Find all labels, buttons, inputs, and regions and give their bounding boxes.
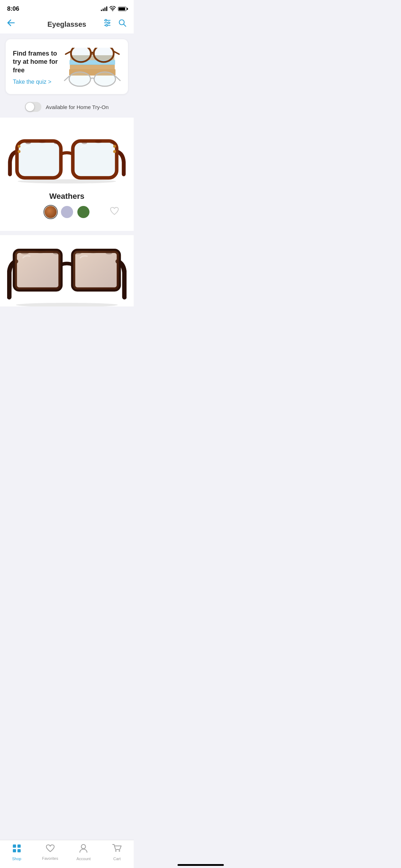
promo-image (64, 48, 121, 87)
svg-point-20 (94, 72, 115, 86)
svg-point-29 (113, 150, 116, 153)
toggle-thumb (26, 103, 34, 111)
nav-right-actions (103, 19, 127, 29)
svg-point-13 (71, 48, 91, 62)
promo-quiz-link[interactable]: Take the quiz > (13, 79, 64, 85)
product-image-weathers[interactable] (0, 118, 134, 189)
promo-text: Find frames to try at home for free Take… (13, 50, 64, 85)
promo-headline: Find frames to try at home for free (13, 50, 64, 74)
product-second-frame (0, 235, 134, 306)
color-swatch-green[interactable] (77, 206, 89, 218)
signal-icon (101, 7, 107, 11)
search-icon[interactable] (118, 19, 127, 29)
product-image-second[interactable] (0, 235, 134, 306)
home-tryon-toggle-row: Available for Home Try-On (0, 99, 134, 118)
svg-point-5 (108, 22, 110, 24)
battery-icon (118, 7, 127, 11)
svg-point-26 (18, 145, 21, 148)
status-bar: 8:06 (0, 0, 134, 16)
filter-icon[interactable] (103, 19, 112, 29)
svg-line-8 (124, 24, 126, 26)
back-button[interactable] (7, 19, 15, 29)
product-colors-row-weathers (7, 206, 127, 218)
svg-point-33 (82, 141, 87, 144)
weathers-glasses-svg (7, 128, 127, 185)
svg-point-23 (18, 179, 116, 184)
color-swatch-lavender[interactable] (61, 206, 73, 218)
svg-point-32 (54, 141, 59, 144)
svg-point-17 (91, 53, 92, 55)
main-content: Find frames to try at home for free Take… (0, 39, 134, 335)
svg-rect-45 (15, 251, 61, 289)
product-info-weathers: Weathers (0, 189, 134, 222)
svg-point-4 (105, 20, 107, 21)
svg-point-31 (39, 140, 46, 143)
svg-point-35 (110, 141, 115, 144)
svg-point-19 (69, 72, 91, 86)
svg-point-14 (94, 48, 114, 62)
svg-point-28 (113, 145, 116, 148)
svg-rect-46 (73, 251, 119, 289)
svg-point-34 (95, 140, 102, 143)
svg-rect-10 (70, 64, 115, 69)
color-swatch-tortoise[interactable] (45, 206, 57, 218)
second-glasses-svg (7, 241, 127, 306)
favorite-button-weathers[interactable] (109, 206, 119, 218)
svg-line-21 (65, 76, 69, 81)
svg-point-27 (18, 150, 21, 153)
svg-point-30 (25, 141, 31, 144)
wifi-icon (109, 6, 116, 12)
home-tryon-toggle[interactable] (25, 102, 41, 112)
status-icons (101, 6, 127, 12)
product-name-weathers: Weathers (7, 192, 127, 201)
promo-card: Find frames to try at home for free Take… (6, 39, 128, 94)
svg-point-36 (16, 303, 118, 306)
product-weathers: Weathers (0, 118, 134, 231)
svg-point-18 (92, 53, 94, 55)
page-title: Eyeglasses (47, 20, 86, 29)
svg-line-22 (115, 76, 120, 81)
promo-illustration (64, 48, 121, 89)
svg-point-6 (106, 25, 108, 26)
nav-bar: Eyeglasses (0, 16, 134, 33)
svg-rect-24 (17, 141, 61, 178)
svg-rect-25 (73, 141, 117, 178)
home-tryon-label: Available for Home Try-On (46, 104, 108, 110)
status-time: 8:06 (7, 5, 19, 12)
